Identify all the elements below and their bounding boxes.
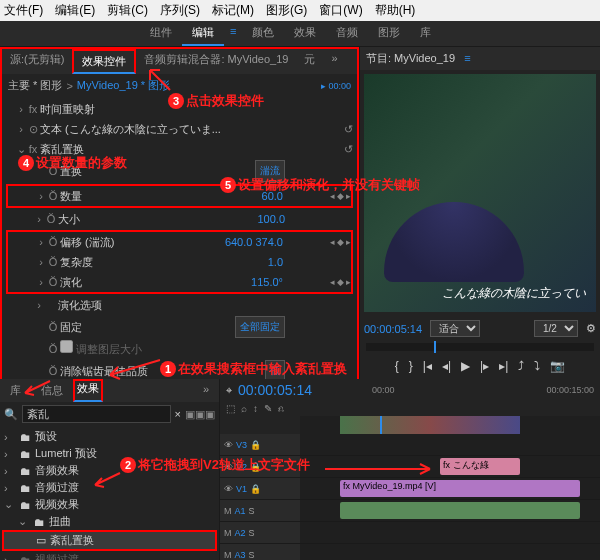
tool-icon[interactable]: ⎌	[278, 403, 284, 414]
panel-menu-icon[interactable]: »	[323, 49, 345, 74]
prop-turbulent-displace[interactable]: ⌄fx紊乱置换↺	[6, 139, 353, 159]
tool-icon[interactable]: ↕	[253, 403, 258, 414]
export-frame-icon[interactable]: 📷	[550, 359, 565, 373]
amount-value[interactable]: 60.0	[262, 187, 283, 205]
step-fwd-icon[interactable]: |▸	[480, 359, 489, 373]
menu-clip[interactable]: 剪辑(C)	[107, 2, 148, 19]
prop-pinning[interactable]: Ŏ固定全部固定	[6, 315, 353, 339]
solo-icon[interactable]: S	[249, 550, 255, 560]
extract-icon[interactable]: ⤵	[534, 359, 540, 373]
next-keyframe-icon[interactable]: ▸	[346, 187, 351, 205]
next-keyframe-icon[interactable]: ▸	[346, 233, 351, 251]
pinning-dropdown[interactable]: 全部固定	[235, 316, 285, 338]
playhead[interactable]	[380, 416, 382, 434]
clip-text[interactable]: fx こんな綠	[440, 458, 520, 475]
menu-marker[interactable]: 标记(M)	[212, 2, 254, 19]
add-keyframe-icon[interactable]: ◆	[337, 273, 344, 291]
track-body[interactable]: fx こんな綠	[300, 456, 600, 477]
reset-icon[interactable]: ↺	[344, 120, 353, 138]
prop-resize[interactable]: Ŏ 调整图层大小	[6, 339, 353, 359]
lift-icon[interactable]: ⤴	[518, 359, 524, 373]
menu-graphics[interactable]: 图形(G)	[266, 2, 307, 19]
tab-library[interactable]: 库	[0, 379, 31, 402]
snap-icon[interactable]: ⌖	[226, 384, 232, 397]
prop-time-remap[interactable]: ›fx时间重映射	[6, 99, 353, 119]
lock-icon[interactable]: 🔒	[250, 440, 261, 450]
video-preview[interactable]: こんな綠の木陰に立ってい	[364, 74, 596, 312]
tab-editing[interactable]: 编辑	[182, 21, 224, 46]
folder-presets[interactable]: ›🖿预设	[2, 428, 217, 445]
lock-icon[interactable]: 🔒	[250, 462, 261, 472]
clip-audio[interactable]	[340, 502, 580, 519]
program-timecode[interactable]: 00:00:05:14	[364, 323, 422, 335]
step-back-icon[interactable]: ◂|	[442, 359, 451, 373]
tab-library[interactable]: 库	[410, 21, 441, 46]
tab-graphics[interactable]: 图形	[368, 21, 410, 46]
prev-keyframe-icon[interactable]: ◂	[330, 273, 335, 291]
program-scrubber[interactable]	[366, 343, 594, 351]
toggle-icon[interactable]: 👁	[224, 462, 233, 472]
tab-color[interactable]: 颜色	[242, 21, 284, 46]
tab-effects[interactable]: 效果	[284, 21, 326, 46]
menu-help[interactable]: 帮助(H)	[375, 2, 416, 19]
tab-assembly[interactable]: 组件	[140, 21, 182, 46]
tab-source[interactable]: 源:(无剪辑)	[2, 49, 72, 74]
clip-video[interactable]: fx MyVideo_19.mp4 [V]	[340, 480, 580, 497]
tab-audio[interactable]: 音频	[326, 21, 368, 46]
add-keyframe-icon[interactable]: ◆	[337, 187, 344, 205]
track-body[interactable]	[300, 544, 600, 560]
prop-text[interactable]: ›⊙文本 (こんな綠の木陰に立っていま...↺	[6, 119, 353, 139]
toggle-icon[interactable]: 👁	[224, 440, 233, 450]
menu-window[interactable]: 窗口(W)	[319, 2, 362, 19]
size-value[interactable]: 100.0	[257, 210, 285, 228]
prop-size[interactable]: ›Ŏ大小100.0	[6, 209, 353, 229]
clip-name-link[interactable]: MyVideo_19 * 图形	[77, 78, 170, 93]
reset-icon[interactable]: ↺	[344, 140, 353, 158]
prev-keyframe-icon[interactable]: ◂	[330, 187, 335, 205]
menu-sequence[interactable]: 序列(S)	[160, 2, 200, 19]
tab-effect-controls[interactable]: 效果控件	[72, 49, 136, 74]
tool-icon[interactable]: ⬚	[226, 403, 235, 414]
mute-icon[interactable]: M	[224, 550, 232, 560]
effects-search-input[interactable]	[22, 405, 171, 423]
play-icon[interactable]: ▶	[461, 359, 470, 373]
evolution-value[interactable]: 115.0°	[251, 273, 283, 291]
mark-in-icon[interactable]: {	[395, 359, 399, 373]
prev-keyframe-icon[interactable]: ◂	[330, 233, 335, 251]
panel-menu-icon[interactable]: »	[193, 379, 219, 402]
tab-menu-icon[interactable]: ≡	[224, 21, 242, 46]
lock-icon[interactable]: 🔒	[250, 484, 261, 494]
settings-icon[interactable]: ⚙	[586, 322, 596, 335]
track-body[interactable]	[300, 434, 600, 455]
tool-icon[interactable]: ✎	[264, 403, 272, 414]
prop-offset[interactable]: ›Ŏ偏移 (湍流)640.0 374.0◂◆▸	[8, 232, 351, 252]
solo-icon[interactable]: S	[249, 506, 255, 516]
go-out-icon[interactable]: ▸|	[499, 359, 508, 373]
mute-icon[interactable]: M	[224, 528, 232, 538]
folder-lumetri[interactable]: ›🖿Lumetri 预设	[2, 445, 217, 462]
track-body[interactable]: fx MyVideo_19.mp4 [V]	[300, 478, 600, 499]
tab-metadata[interactable]: 元	[296, 49, 323, 74]
prop-evolution[interactable]: ›Ŏ演化115.0°◂◆▸	[8, 272, 351, 292]
complexity-value[interactable]: 1.0	[268, 253, 283, 271]
folder-video-effects[interactable]: ⌄🖿视频效果	[2, 496, 217, 513]
panel-menu-icon[interactable]: ≡	[458, 48, 476, 68]
next-keyframe-icon[interactable]: ▸	[346, 273, 351, 291]
track-body[interactable]	[300, 522, 600, 543]
effect-turbulent-displace[interactable]: ▭紊乱置换	[2, 530, 217, 551]
timeline-timecode[interactable]: 00:00:05:14	[238, 382, 312, 398]
tab-effects-browser[interactable]: 效果	[73, 379, 103, 402]
mark-out-icon[interactable]: }	[409, 359, 413, 373]
go-in-icon[interactable]: |◂	[423, 359, 432, 373]
tab-audio-mixer[interactable]: 音频剪辑混合器: MyVideo_19	[136, 49, 296, 74]
resolution-dropdown[interactable]: 1/2	[534, 320, 578, 337]
folder-distort[interactable]: ⌄🖿扭曲	[2, 513, 217, 530]
prop-complexity[interactable]: ›Ŏ复杂度1.0	[8, 252, 351, 272]
prop-displacement[interactable]: Ŏ置换湍流	[6, 159, 353, 183]
mute-icon[interactable]: M	[224, 506, 232, 516]
tool-icon[interactable]: ⌕	[241, 403, 247, 414]
prop-amount[interactable]: ›Ŏ数量60.0◂◆▸	[8, 186, 351, 206]
track-body[interactable]	[300, 500, 600, 521]
folder-video-transitions[interactable]: ›🖿视频过渡	[2, 551, 217, 560]
filter-icon[interactable]: ▣▣▣	[185, 408, 215, 421]
